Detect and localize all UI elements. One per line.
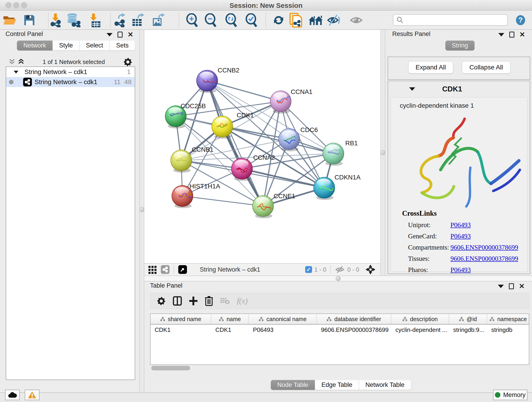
- graph-node-CCNA2[interactable]: [231, 158, 253, 181]
- open-session-button[interactable]: [2, 13, 17, 27]
- open-in-window-icon[interactable]: [178, 265, 187, 274]
- column-header[interactable]: shared name: [151, 314, 211, 324]
- string-home-button[interactable]: [308, 13, 323, 27]
- table-cell[interactable]: cyclin-dependent ...: [391, 325, 449, 335]
- tab-edge-table[interactable]: Edge Table: [315, 380, 359, 390]
- export-image-button[interactable]: [151, 13, 165, 27]
- column-header[interactable]: @id: [449, 314, 487, 324]
- tab-sets[interactable]: Sets: [110, 41, 135, 51]
- import-network-file-button[interactable]: [48, 13, 62, 27]
- cloud-icon: [8, 392, 17, 398]
- search-input[interactable]: [393, 14, 508, 26]
- table-cell[interactable]: 9606.ENSP00000378699: [317, 325, 391, 335]
- node-table[interactable]: shared namenamecanonical namedatabase id…: [150, 313, 529, 365]
- tab-string[interactable]: String: [445, 41, 475, 51]
- panel-menu-icon[interactable]: [498, 33, 504, 36]
- table-cell[interactable]: stringdb:9...: [449, 325, 487, 335]
- selected-checkbox-icon[interactable]: ✓: [305, 266, 312, 273]
- graph-node-CCNB1[interactable]: [171, 150, 192, 172]
- import-network-database-button[interactable]: [66, 13, 81, 27]
- help-button[interactable]: ?: [513, 13, 528, 27]
- panel-close-icon[interactable]: ✕: [519, 32, 525, 38]
- panel-menu-icon[interactable]: [107, 33, 113, 36]
- string-protein-query-button[interactable]: [289, 13, 303, 27]
- crosslink-value[interactable]: P06493: [450, 232, 471, 240]
- table-row[interactable]: CDK1CDK1P064939606.ENSP00000378699cyclin…: [151, 325, 529, 335]
- table-cell[interactable]: P06493: [249, 325, 317, 335]
- network-collection-row[interactable]: String Network – cdk1 1: [6, 67, 135, 77]
- zoom-out-button[interactable]: [203, 13, 218, 27]
- memory-button[interactable]: Memory: [493, 390, 527, 400]
- hide-selected-button[interactable]: [327, 13, 341, 27]
- entry-collapse-icon[interactable]: [409, 87, 415, 91]
- column-header[interactable]: database identifier: [317, 314, 391, 324]
- table-cell[interactable]: CDK1: [151, 325, 211, 335]
- table-horizontal-scrollbar[interactable]: [151, 366, 190, 370]
- graph-node-RB1[interactable]: [323, 143, 344, 166]
- right-splitter-handle[interactable]: [380, 150, 385, 155]
- delete-column-icon[interactable]: [205, 296, 213, 306]
- tab-style[interactable]: Style: [53, 41, 80, 51]
- gear-icon[interactable]: [123, 57, 133, 66]
- collapse-all-icon[interactable]: [8, 58, 16, 65]
- panel-close-icon[interactable]: ✕: [128, 32, 133, 38]
- network-graph[interactable]: CCNB2CCNA1CDC25BCDK1CDC6RB1CCNB1CCNA2CDK…: [144, 30, 380, 263]
- hidden-eye-icon[interactable]: [335, 265, 345, 274]
- panel-float-icon[interactable]: [118, 32, 123, 38]
- show-columns-icon[interactable]: [173, 296, 182, 306]
- horizontal-splitter[interactable]: [144, 275, 532, 281]
- table-settings-gear-icon[interactable]: [157, 296, 166, 306]
- crosslink-value[interactable]: P06493: [450, 266, 471, 274]
- left-splitter-handle[interactable]: [139, 207, 144, 212]
- string-view-icon[interactable]: [161, 265, 170, 274]
- export-network-button[interactable]: [112, 13, 126, 27]
- show-all-button[interactable]: [349, 13, 364, 27]
- crosslink-value[interactable]: 9606.ENSP00000378699: [450, 255, 518, 262]
- collapse-all-button[interactable]: Collapse All: [462, 61, 510, 74]
- column-header[interactable]: namespace: [487, 314, 529, 324]
- add-column-icon[interactable]: [189, 296, 198, 306]
- birds-eye-toggle-icon[interactable]: [365, 264, 376, 275]
- zoom-in-button[interactable]: [185, 13, 200, 27]
- export-table-button[interactable]: [130, 13, 145, 27]
- tab-node-table[interactable]: Node Table: [271, 380, 315, 390]
- table-cell[interactable]: stringdb: [487, 325, 529, 335]
- column-header[interactable]: name: [211, 314, 249, 324]
- graph-node-CCNE1[interactable]: [253, 196, 273, 218]
- expand-all-icon[interactable]: [17, 58, 25, 65]
- panel-float-icon[interactable]: [509, 283, 514, 289]
- left-splitter[interactable]: [139, 30, 144, 392]
- import-table-file-button[interactable]: [87, 13, 102, 27]
- panel-menu-icon[interactable]: [498, 285, 504, 288]
- column-header[interactable]: description: [391, 314, 449, 324]
- panel-close-icon[interactable]: ✕: [519, 283, 525, 289]
- network-row[interactable]: String Network – cdk1 11 48: [6, 77, 135, 87]
- network-canvas[interactable]: CCNB2CCNA1CDC25BCDK1CDC6RB1CCNB1CCNA2CDK…: [144, 30, 380, 263]
- warnings-button[interactable]: [25, 390, 39, 400]
- table-cell[interactable]: CDK1: [211, 325, 249, 335]
- crosslink-value[interactable]: 9606.ENSP00000378699: [450, 244, 518, 251]
- tab-select[interactable]: Select: [80, 41, 110, 51]
- collection-expand-icon[interactable]: [14, 70, 19, 73]
- eye-icon: [349, 14, 364, 26]
- zoom-selected-button[interactable]: [244, 13, 259, 27]
- apply-layout-button[interactable]: [271, 13, 286, 27]
- panel-float-icon[interactable]: [509, 32, 514, 38]
- tab-network[interactable]: Network: [17, 41, 53, 51]
- graph-node-CCNA1[interactable]: [270, 91, 291, 114]
- save-session-button[interactable]: [22, 13, 37, 27]
- graph-node-CDK1[interactable]: [212, 116, 233, 139]
- graph-node-CDKN1A[interactable]: [314, 177, 335, 200]
- expand-all-button[interactable]: Expand All: [408, 61, 453, 74]
- column-header[interactable]: canonical name: [249, 314, 317, 324]
- zoom-fit-button[interactable]: [224, 13, 239, 27]
- crosslink-value[interactable]: P06493: [450, 221, 471, 229]
- entry-header[interactable]: CDK1: [388, 81, 530, 97]
- cloud-button[interactable]: [5, 390, 20, 400]
- horizontal-splitter-handle[interactable]: [336, 276, 341, 281]
- tab-network-table[interactable]: Network Table: [359, 380, 411, 390]
- graph-node-CDC6[interactable]: [279, 128, 300, 151]
- table-panel-controls: ✕: [498, 283, 525, 289]
- grid-view-icon[interactable]: [148, 265, 157, 274]
- right-splitter[interactable]: [380, 30, 385, 275]
